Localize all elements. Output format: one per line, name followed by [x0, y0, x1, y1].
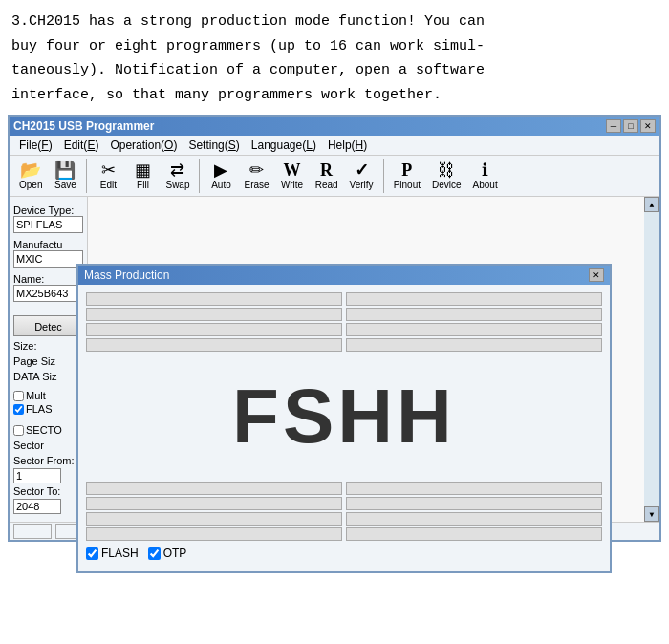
- toolbar-read[interactable]: R Read: [312, 160, 342, 192]
- flash-label: FLASH: [101, 547, 139, 560]
- mp-bar-11: [86, 497, 342, 510]
- mp-close-button[interactable]: ✕: [589, 268, 604, 282]
- device-label: Device: [432, 180, 462, 190]
- scroll-track: [644, 212, 659, 506]
- name-input[interactable]: [13, 285, 83, 302]
- flas-checkbox[interactable]: [13, 404, 24, 415]
- mp-bar-6: [346, 323, 602, 336]
- mp-row-2: [86, 308, 602, 321]
- mp-row-5: [86, 482, 602, 495]
- toolbar-swap[interactable]: ⇄ Swap: [162, 160, 193, 192]
- toolbar-sep3: [383, 159, 384, 193]
- flas-checkbox-row: FLAS: [13, 403, 83, 415]
- edit-icon: ✂: [101, 161, 116, 179]
- mp-row-7: [86, 512, 602, 526]
- intro-line2: buy four or eight programmers (up to 16 …: [11, 34, 658, 59]
- multi-checkbox[interactable]: [13, 391, 24, 401]
- flas-label: FLAS: [26, 403, 53, 415]
- write-icon: W: [284, 161, 301, 179]
- pinout-icon: P: [401, 161, 412, 179]
- toolbar-write[interactable]: W Write: [277, 160, 308, 192]
- page-size-label: Page Siz: [13, 355, 83, 367]
- read-icon: R: [320, 161, 333, 179]
- sector-checkbox[interactable]: [13, 425, 24, 436]
- minimize-button[interactable]: ─: [606, 119, 621, 133]
- menu-file[interactable]: File(F): [13, 138, 58, 153]
- mp-row-1: [86, 292, 602, 306]
- mp-row-3: [86, 323, 602, 336]
- mp-content: FSHH: [78, 285, 610, 571]
- toolbar-pinout[interactable]: P Pinout: [390, 160, 424, 192]
- toolbar-erase[interactable]: ✏ Erase: [240, 160, 272, 192]
- swap-label: Swap: [165, 180, 189, 190]
- toolbar-verify[interactable]: ✓ Verify: [346, 160, 378, 192]
- sector-from-input-row: [13, 468, 83, 483]
- pinout-label: Pinout: [394, 180, 421, 190]
- erase-icon: ✏: [249, 161, 264, 179]
- menu-setting[interactable]: Setting(S): [183, 138, 245, 153]
- window-controls: ─ □ ✕: [606, 119, 656, 133]
- mp-bottom: FLASH OTP: [86, 543, 602, 564]
- fill-icon: ▦: [135, 161, 151, 179]
- mp-bar-10: [346, 482, 602, 495]
- mp-row-4: [86, 338, 602, 352]
- app-window: CH2015 USB Programmer ─ □ ✕ File(F) Edit…: [8, 115, 661, 542]
- toolbar-edit[interactable]: ✂ Edit: [93, 160, 123, 192]
- mp-bar-1: [86, 292, 342, 306]
- read-label: Read: [315, 180, 338, 190]
- mp-bar-2: [346, 292, 602, 306]
- mp-bar-5: [86, 323, 342, 336]
- toolbar-about[interactable]: ℹ About: [469, 160, 502, 192]
- erase-label: Erase: [244, 180, 269, 190]
- name-label: Name:: [13, 273, 83, 285]
- sector-section: Sector From: Sector To:: [13, 455, 83, 514]
- toolbar-sep1: [86, 159, 87, 193]
- right-scrollbar: ▲ ▼: [644, 197, 659, 522]
- sector-field-label: Sector: [13, 440, 83, 451]
- toolbar-save[interactable]: 💾 Save: [50, 160, 80, 192]
- about-icon: ℹ: [482, 161, 488, 179]
- sector-to-row: Sector To:: [13, 485, 83, 497]
- menu-language[interactable]: Language(L): [246, 138, 322, 153]
- edit-label: Edit: [100, 180, 117, 190]
- auto-icon: ▶: [214, 161, 227, 179]
- close-button[interactable]: ✕: [640, 119, 656, 133]
- mp-bar-3: [86, 308, 342, 321]
- menu-operation[interactable]: Operation(O): [104, 138, 183, 153]
- toolbar-auto[interactable]: ▶ Auto: [205, 160, 236, 192]
- scroll-down-button[interactable]: ▼: [644, 506, 659, 522]
- menu-help[interactable]: Help(H): [322, 138, 373, 153]
- intro-line3: taneously). Notification of a computer, …: [11, 58, 658, 83]
- detect-button[interactable]: Detec: [13, 315, 83, 336]
- sector-from-input[interactable]: [13, 468, 61, 483]
- open-icon: 📂: [20, 161, 41, 179]
- mp-bar-16: [346, 527, 602, 541]
- save-icon: 💾: [54, 161, 76, 179]
- size-section: Size: Page Siz DATA Siz: [13, 340, 83, 382]
- sector-to-input-row: [13, 499, 83, 514]
- mp-bar-14: [346, 512, 602, 526]
- sector-checkbox-row: SECTO: [13, 424, 83, 436]
- manufacturer-label: Manufactu: [13, 239, 83, 250]
- scroll-up-button[interactable]: ▲: [644, 197, 659, 212]
- mp-row-6: [86, 497, 602, 510]
- device-type-input[interactable]: [13, 216, 83, 233]
- menu-edit[interactable]: Edit(E): [58, 138, 105, 153]
- save-label: Save: [54, 180, 76, 190]
- flash-checkbox[interactable]: [86, 547, 98, 560]
- sector-from-label: Sector From:: [13, 455, 75, 466]
- toolbar-device[interactable]: ⛓ Device: [428, 160, 465, 192]
- restore-button[interactable]: □: [623, 119, 638, 133]
- open-label: Open: [19, 180, 42, 190]
- about-label: About: [473, 180, 498, 190]
- sector-label: SECTO: [26, 424, 62, 436]
- manufacturer-input[interactable]: [13, 250, 83, 268]
- toolbar-open[interactable]: 📂 Open: [15, 160, 46, 192]
- mp-title-bar: Mass Production ✕: [78, 266, 610, 285]
- mp-bar-15: [86, 527, 342, 541]
- sector-to-input[interactable]: [13, 499, 61, 514]
- toolbar-fill[interactable]: ▦ Fill: [127, 160, 158, 192]
- app-title: CH2015 USB Programmer: [13, 119, 154, 133]
- otp-checkbox[interactable]: [148, 547, 161, 560]
- mp-bar-8: [346, 338, 602, 352]
